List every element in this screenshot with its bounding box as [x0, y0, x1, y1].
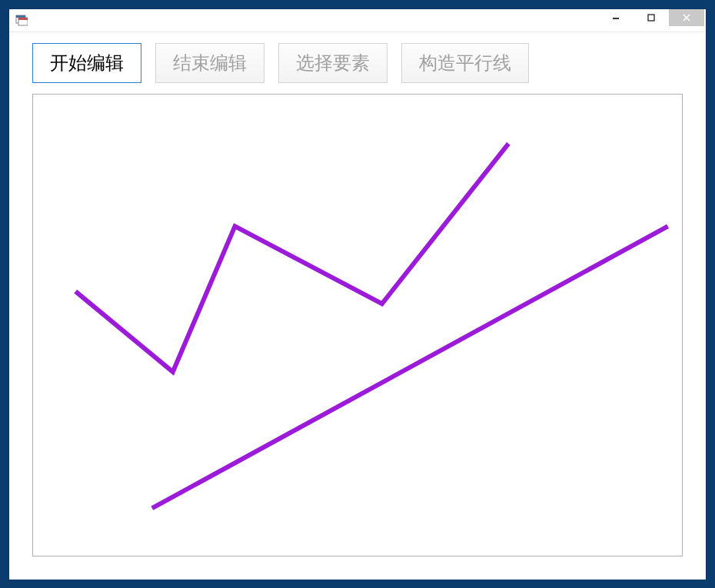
- window-controls: [598, 9, 706, 32]
- svg-rect-5: [648, 15, 654, 21]
- start-edit-button[interactable]: 开始编辑: [32, 43, 141, 83]
- canvas-svg: [33, 95, 682, 556]
- close-button[interactable]: [669, 9, 704, 26]
- select-feature-button[interactable]: 选择要素: [278, 43, 387, 83]
- svg-rect-4: [613, 18, 619, 19]
- app-window: 开始编辑 结束编辑 选择要素 构造平行线: [9, 9, 706, 580]
- drawing-canvas[interactable]: [32, 94, 683, 556]
- construct-parallel-button[interactable]: 构造平行线: [401, 43, 529, 83]
- polyline-feature: [75, 143, 508, 371]
- svg-rect-3: [18, 18, 28, 20]
- titlebar: [9, 9, 706, 32]
- maximize-button[interactable]: [634, 9, 669, 26]
- end-edit-button[interactable]: 结束编辑: [155, 43, 264, 83]
- client-area: 开始编辑 结束编辑 选择要素 构造平行线: [9, 32, 706, 580]
- toolbar: 开始编辑 结束编辑 选择要素 构造平行线: [32, 43, 683, 83]
- minimize-button[interactable]: [598, 9, 634, 26]
- app-icon: [15, 14, 28, 26]
